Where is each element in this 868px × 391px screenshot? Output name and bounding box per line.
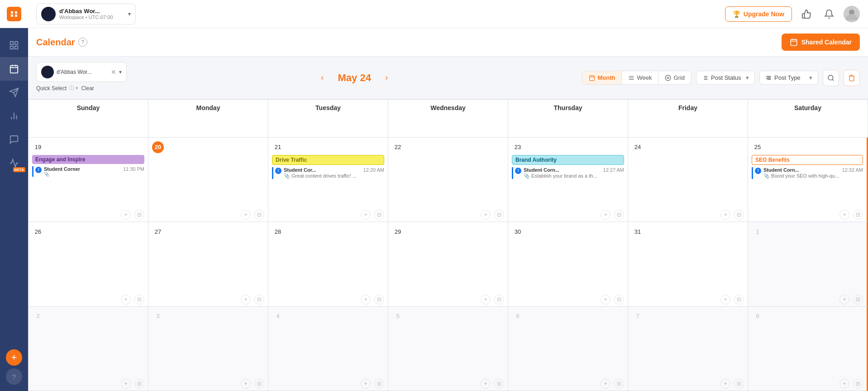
- sidebar-item-messages[interactable]: [0, 128, 28, 151]
- bulk-add-button[interactable]: [853, 379, 863, 389]
- bulk-add-button[interactable]: [134, 294, 144, 304]
- calendar-cell[interactable]: 7 +: [628, 307, 748, 391]
- month-label: May 24: [332, 72, 377, 84]
- calendar-cell[interactable]: 31 +: [628, 222, 748, 307]
- calendar-cell[interactable]: 5 +: [388, 307, 508, 391]
- bulk-add-button[interactable]: [494, 379, 504, 389]
- calendar-cell[interactable]: 6 +: [508, 307, 628, 391]
- calendar-cell[interactable]: 28 +: [268, 222, 388, 307]
- add-post-button[interactable]: +: [720, 379, 730, 389]
- calendar-event[interactable]: Engage and Inspire: [32, 155, 144, 164]
- add-post-button[interactable]: +: [601, 379, 610, 389]
- sidebar-item-calendar[interactable]: [0, 57, 28, 81]
- sidebar-item-analytics[interactable]: [0, 104, 28, 128]
- add-post-button[interactable]: +: [720, 294, 730, 304]
- upgrade-button[interactable]: 🏆 Upgrade Now: [725, 6, 792, 22]
- feedback-button[interactable]: [798, 6, 815, 22]
- bulk-add-button[interactable]: [853, 210, 863, 220]
- add-post-button[interactable]: +: [601, 210, 610, 220]
- filter-close-icon[interactable]: ✕: [111, 68, 116, 76]
- prev-month-button[interactable]: ‹: [319, 71, 325, 84]
- profile-filter[interactable]: d'Abbas Wor... ✕ ▾: [36, 62, 127, 82]
- add-post-button[interactable]: +: [481, 210, 491, 220]
- add-post-button[interactable]: +: [361, 294, 371, 304]
- add-post-button[interactable]: +: [361, 379, 371, 389]
- help-button[interactable]: ?: [6, 368, 22, 385]
- bulk-add-button[interactable]: [374, 379, 384, 389]
- view-grid-button[interactable]: Grid: [658, 71, 691, 84]
- search-filter-button[interactable]: [823, 70, 839, 86]
- calendar-event[interactable]: SEO Benefits: [752, 155, 863, 165]
- calendar-cell[interactable]: 30 +: [508, 222, 628, 307]
- calendar-cell[interactable]: 1 +: [748, 222, 868, 307]
- calendar-cell[interactable]: 22 +: [388, 138, 508, 222]
- add-post-button[interactable]: +: [241, 210, 251, 220]
- calendar-post[interactable]: f Student Cor... 12:20 AM 📎 Great conten…: [272, 167, 384, 179]
- calendar-cell[interactable]: 19Engage and Inspire f Student Corner 11…: [29, 138, 148, 222]
- add-post-button[interactable]: +: [241, 294, 251, 304]
- add-post-button[interactable]: +: [121, 294, 131, 304]
- bulk-add-button[interactable]: [614, 379, 624, 389]
- add-post-button[interactable]: +: [121, 379, 131, 389]
- calendar-cell[interactable]: 4 +: [268, 307, 388, 391]
- add-post-button[interactable]: +: [839, 379, 849, 389]
- add-post-button[interactable]: +: [121, 210, 131, 220]
- calendar-cell[interactable]: 29 +: [388, 222, 508, 307]
- sidebar-item-beta[interactable]: BETA: [0, 151, 28, 175]
- sidebar-item-dashboard[interactable]: [0, 34, 28, 57]
- calendar-cell[interactable]: 27 +: [148, 222, 268, 307]
- bulk-add-button[interactable]: [853, 294, 863, 304]
- calendar-event[interactable]: Drive Traffic: [272, 155, 384, 165]
- calendar-cell[interactable]: 2 +: [29, 307, 148, 391]
- app-logo[interactable]: [0, 0, 28, 28]
- calendar-cell[interactable]: 24 +: [628, 138, 748, 222]
- bulk-add-button[interactable]: [254, 379, 264, 389]
- delete-filter-button[interactable]: [844, 70, 860, 86]
- bulk-add-button[interactable]: [734, 294, 744, 304]
- add-post-button[interactable]: +: [481, 379, 491, 389]
- view-week-button[interactable]: Week: [622, 71, 658, 84]
- bulk-add-button[interactable]: [254, 210, 264, 220]
- sidebar-item-publish[interactable]: [0, 81, 28, 104]
- bulk-add-button[interactable]: [614, 294, 624, 304]
- calendar-post[interactable]: f Student Corn... 12:27 AM 📎 Establish y…: [512, 167, 624, 179]
- calendar-cell[interactable]: 25SEO Benefits f Student Corn... 12:32 A…: [748, 138, 868, 222]
- view-month-button[interactable]: Month: [582, 71, 622, 84]
- shared-calendar-button[interactable]: Shared Calendar: [782, 34, 860, 51]
- calendar-cell[interactable]: 20 +: [148, 138, 268, 222]
- calendar-post[interactable]: f Student Corner 11:30 PM 📎: [32, 166, 144, 177]
- calendar-cell[interactable]: 21Drive Traffic f Student Cor... 12:20 A…: [268, 138, 388, 222]
- add-post-button[interactable]: +: [361, 210, 371, 220]
- calendar-help-icon[interactable]: ?: [78, 38, 87, 47]
- bulk-add-button[interactable]: [374, 210, 384, 220]
- calendar-event[interactable]: Brand Authority: [512, 155, 624, 165]
- bulk-add-button[interactable]: [374, 294, 384, 304]
- calendar-cell[interactable]: 23Brand Authority f Student Corn... 12:2…: [508, 138, 628, 222]
- bulk-add-button[interactable]: [734, 379, 744, 389]
- calendar-cell[interactable]: 3 +: [148, 307, 268, 391]
- add-post-button[interactable]: +: [839, 210, 849, 220]
- clear-button[interactable]: Clear: [81, 85, 94, 92]
- bulk-add-button[interactable]: [134, 210, 144, 220]
- bulk-add-button[interactable]: [734, 210, 744, 220]
- calendar-cell[interactable]: 26 +: [29, 222, 148, 307]
- next-month-button[interactable]: ›: [383, 71, 390, 84]
- add-post-button[interactable]: +: [720, 210, 730, 220]
- bulk-add-button[interactable]: [494, 294, 504, 304]
- bulk-add-button[interactable]: [614, 210, 624, 220]
- add-post-button[interactable]: +: [241, 379, 251, 389]
- add-post-button[interactable]: +: [839, 294, 849, 304]
- add-button[interactable]: +: [6, 349, 22, 366]
- bulk-add-button[interactable]: [494, 210, 504, 220]
- notifications-button[interactable]: [821, 6, 837, 22]
- calendar-cell[interactable]: 8 +: [748, 307, 868, 391]
- add-post-button[interactable]: +: [481, 294, 491, 304]
- user-avatar[interactable]: [844, 6, 860, 22]
- post-type-filter[interactable]: Post Type ▾: [759, 71, 818, 85]
- post-status-filter[interactable]: Post Status ▾: [696, 71, 755, 85]
- add-post-button[interactable]: +: [601, 294, 610, 304]
- calendar-post[interactable]: f Student Corn... 12:32 AM 📎 Boost your …: [752, 167, 863, 179]
- workspace-selector[interactable]: d'Abbas Wor... Workspace • UTC-07:00 ▾: [36, 4, 136, 24]
- bulk-add-button[interactable]: [134, 379, 144, 389]
- bulk-add-button[interactable]: [254, 294, 264, 304]
